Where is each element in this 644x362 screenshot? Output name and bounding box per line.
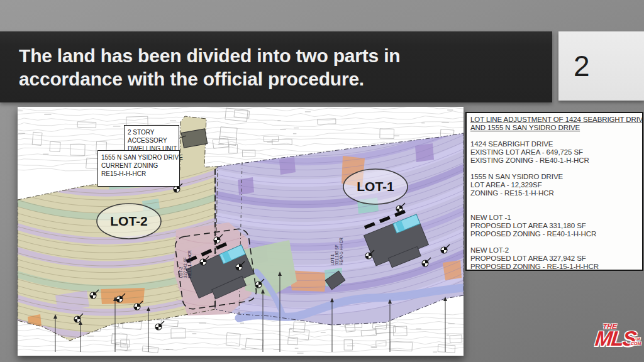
lot1-note-line1: LOT-1 [330,254,335,265]
lot2-note-line2: 327,942 SF [183,257,187,278]
lot1-note-line3: RE40-1-H-HCR [339,238,343,265]
newlot2-zoning: PROPOSED ZONING - RE-15-1-H-HCR [470,263,638,271]
page-number: 2 [558,49,590,83]
panel-heading-line1: LOT LINE ADJUSTMENT OF 1424 SEABRIGHT DR… [470,116,638,124]
map-generated-artwork [18,107,464,353]
zoning-line3: RE15-H-H-HCR [101,170,176,178]
map-canvas: LOT-2 LOT-1 LOT-2 327,942 SF RE15-1-H-HC… [18,107,464,356]
mls-logo-main: MLS TM .COM [594,329,636,352]
parcel2-lot-area: LOT AREA - 12,329SF [470,181,638,189]
callout-current-zoning: 1555 N SAN YSIDRO DRIVE CURRENT ZONING R… [97,150,180,187]
mls-logo: THE MLS TM .COM [591,323,640,358]
newlot1-area: PROPOSED LOT AREA 331,180 SF [470,222,638,230]
lot1-note-line2: 331,180 SF [335,244,339,265]
zoning-line1: 1555 N SAN YSIDRO DRIVE [101,153,176,162]
slide-root: { "slide": { "title_line1": "The land ha… [0,0,644,362]
lot1-label-ellipse: LOT-1 [343,169,408,204]
parcel1-zoning: EXISTING ZONING - RE40-1-H-HCR [470,156,638,165]
zoning-line2: CURRENT ZONING [101,162,176,170]
lot-adjustment-info-panel: LOT LINE ADJUSTMENT OF 1424 SEABRIGHT DR… [465,112,643,271]
lot-line-adjustment-map: LOT-2 LOT-1 LOT-2 327,942 SF RE15-1-H-HC… [18,107,464,356]
newlot1-title: NEW LOT -1 [470,214,638,222]
adu-line2: ACCESSORY [128,136,175,145]
lot2-note-line3: RE15-1-H-HCR [187,250,192,278]
lot2-label: LOT-2 [110,214,148,228]
parcel1-lot-area: EXISTING LOT AREA - 649,725 SF [470,148,638,156]
lot2-note-line1: LOT-2 [179,266,183,278]
lot2-label-ellipse: LOT-2 [97,204,161,239]
adu-line1: 2 STORY [128,128,175,136]
parcel2-zoning: ZONING - RE15-1-H-HCR [470,189,638,197]
page-number-box: 2 [558,31,644,101]
title-banner: The land has been divided into two parts… [0,31,552,102]
slide-title-line1: The land has been divided into two parts… [19,44,552,67]
parcel2-address: 1555 N SAN YSIDRO DRIVE [470,173,638,181]
slide-title-line2: accordance with the official procedure. [19,67,552,90]
parcel1-address: 1424 SEABRIGHT DRIVE [470,140,638,148]
lot1-label: LOT-1 [357,179,394,194]
mls-logo-com: .COM [628,334,641,353]
newlot2-area: PROPOSED LOT AREA 327,942 SF [470,255,638,263]
panel-heading-line2: AND 1555 N SAN YSIDRO DRIVE [470,124,638,132]
newlot1-zoning: PROPOSED ZONING - RE40-1-H-HCR [470,230,638,238]
newlot2-title: NEW LOT-2 [470,246,638,255]
